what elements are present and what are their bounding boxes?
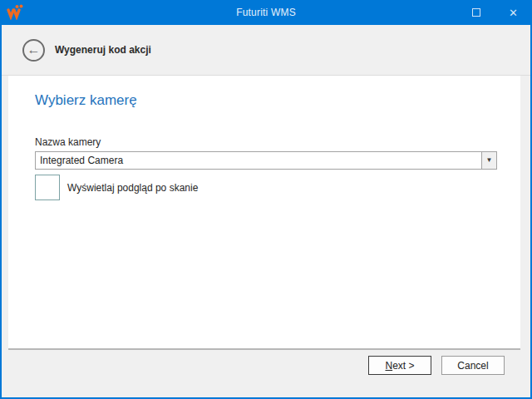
back-arrow-icon: ← — [27, 43, 41, 57]
back-button[interactable]: ← — [22, 39, 45, 62]
close-icon: ✕ — [509, 7, 518, 18]
camera-select-value: Integrated Camera — [36, 152, 481, 169]
camera-select[interactable]: Integrated Camera ▼ — [35, 151, 497, 170]
next-button-label: ext > — [392, 360, 414, 372]
titlebar: Futuriti WMS ✕ — [0, 0, 532, 25]
chevron-down-icon: ▼ — [486, 157, 493, 164]
footer: Next > Cancel — [2, 350, 530, 397]
window-controls: ✕ — [457, 0, 532, 25]
next-button-mnemonic: N — [385, 360, 392, 372]
preview-option-row: Wyświetlaj podgląd po skanie — [35, 175, 497, 200]
next-button[interactable]: Next > — [368, 356, 431, 375]
preview-checkbox[interactable] — [35, 175, 60, 200]
futuriti-logo-icon — [6, 3, 24, 20]
wizard-header: ← Wygeneruj kod akcji — [2, 25, 530, 76]
preview-checkbox-label: Wyświetlaj podgląd po skanie — [67, 182, 198, 194]
cancel-button[interactable]: Cancel — [441, 356, 505, 375]
camera-select-dropdown-button[interactable]: ▼ — [481, 152, 496, 169]
app-window: Futuriti WMS ✕ ← Wygeneruj kod akcji Wyb… — [0, 0, 532, 399]
maximize-button[interactable] — [457, 0, 495, 25]
window-title: Futuriti WMS — [236, 7, 296, 18]
content-panel: Wybierz kamerę Nazwa kamery Integrated C… — [8, 76, 520, 350]
maximize-icon — [472, 8, 480, 17]
close-button[interactable]: ✕ — [495, 0, 532, 25]
section-heading: Wybierz kamerę — [35, 92, 497, 109]
page-title: Wygeneruj kod akcji — [55, 44, 151, 56]
camera-name-label: Nazwa kamery — [35, 136, 497, 148]
